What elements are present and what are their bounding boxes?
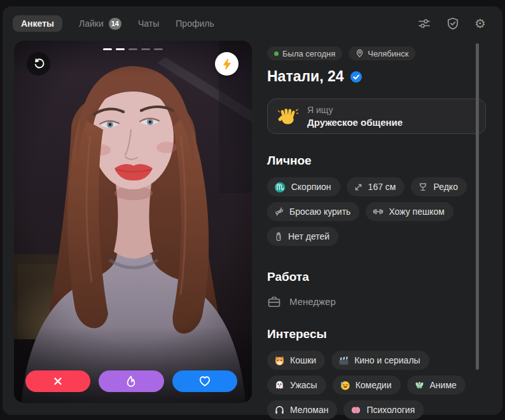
chip-label: Бросаю курить [289,207,350,217]
nav-icon-group: ⚙ [417,17,486,30]
chip-label: 167 см [368,182,396,192]
chip-interest: Кошки [267,351,325,370]
app-window: Анкеты Лайки 14 Чаты Профиль [0,0,505,420]
tab-chats[interactable]: Чаты [138,15,159,32]
chip-label: Редко [433,182,457,192]
chip-label: Комедии [356,380,392,390]
tab-likes[interactable]: Лайки 14 [79,15,121,33]
status-badges: Была сегодня Челябинск [267,46,486,60]
chip-label: Аниме [430,380,457,390]
tab-likes-label: Лайки [79,18,104,29]
chip-label: Психология [366,405,415,415]
dislike-button[interactable] [25,370,90,392]
location-pin-icon [356,49,364,58]
carousel-dot [128,48,137,50]
chip-label: Ужасы [290,380,317,390]
profile-photo-card[interactable] [14,41,252,403]
tab-chats-label: Чаты [138,18,159,29]
wine-glass-icon [418,182,428,192]
action-bar [25,370,237,392]
job-title: Менеджер [289,296,336,307]
chip-smoking: Бросаю курить [267,202,359,221]
carousel-dot [141,48,150,50]
nav-tabs: Анкеты Лайки 14 Чаты Профиль [13,15,214,33]
name-row: Натали, 24 [267,68,486,85]
profile-details: Была сегодня Челябинск Натали, 24 [267,41,486,419]
flame-icon [125,375,137,388]
online-dot-icon [274,51,279,56]
boost-button[interactable] [215,52,239,76]
city-badge: Челябинск [349,46,415,60]
chip-label: Меломан [290,405,328,415]
seeking-card: Я ищу Дружеское общение [267,98,486,134]
likes-count-badge: 14 [109,18,121,30]
interest-chips: Кошки Кино и сериалы [267,351,486,419]
scorpio-icon: ♏ [274,182,286,192]
profile-name: Натали, 24 [267,68,344,85]
ghost-icon [274,380,285,391]
tab-ankety-label: Анкеты [21,18,54,29]
carousel-dot [103,48,112,50]
carousel-dot [116,48,125,50]
smiley-sweat-icon [340,380,350,391]
chip-interest: Психология [343,400,424,419]
carousel-dot [154,48,163,50]
chip-label: Нет детей [288,231,329,241]
photo-carousel-indicator [14,48,252,50]
chip-alcohol: Редко [411,177,466,196]
top-nav: Анкеты Лайки 14 Чаты Профиль [3,6,502,33]
baby-bottle-icon [274,231,283,241]
section-title-personal: Личное [267,154,486,168]
tab-profile-label: Профиль [176,18,214,29]
personal-chips: ♏ Скорпион 167 см [267,177,486,246]
scrollbar[interactable] [476,43,479,370]
brain-icon [350,405,361,416]
chip-interest: Ужасы [267,376,326,395]
x-icon [52,376,64,387]
city-label: Челябинск [368,49,408,58]
height-arrows-icon [354,182,363,192]
briefcase-icon [267,295,281,308]
waving-hand-icon [278,107,298,126]
chip-interest: Комедии [333,376,401,395]
seeking-label: Я ищу [307,105,403,115]
tab-ankety[interactable]: Анкеты [13,15,62,32]
chip-label: Кошки [290,355,316,365]
dumbbell-icon [373,207,384,217]
chip-label: Хожу пешком [389,207,445,217]
chip-zodiac: ♏ Скорпион [267,177,340,196]
main-panel: Анкеты Лайки 14 Чаты Профиль [3,6,502,415]
chip-sport: Хожу пешком [366,202,453,221]
chip-height: 167 см [347,177,405,196]
filters-icon[interactable] [417,17,431,30]
job-row: Менеджер [267,295,486,308]
chip-label: Кино и сериалы [354,355,420,365]
online-status-badge: Была сегодня [267,46,342,60]
superlike-button[interactable] [99,370,163,392]
heart-icon [198,375,211,388]
like-button[interactable] [172,370,237,392]
seeking-value: Дружеское общение [307,117,403,128]
section-title-interests: Интересы [267,327,486,341]
profile-photo [14,41,252,403]
content-area: Была сегодня Челябинск Натали, 24 [3,33,502,419]
chip-label: Скорпион [291,182,331,192]
cat-icon [274,355,285,366]
chip-interest: Аниме [407,376,466,395]
lightning-boost-icon [221,58,233,71]
tab-profile[interactable]: Профиль [176,15,214,32]
chip-interest: Меломан [267,400,337,419]
chip-interest: Кино и сериалы [331,351,429,370]
verified-badge-icon [350,71,363,83]
rewind-button[interactable] [27,52,50,76]
rewind-icon [32,58,45,70]
seeking-texts: Я ищу Дружеское общение [307,105,403,128]
headphones-icon [274,405,285,416]
no-smoking-icon [274,207,284,217]
settings-gear-icon[interactable]: ⚙ [474,17,486,30]
online-status-label: Была сегодня [282,49,335,58]
section-title-work: Работа [267,270,486,284]
clapperboard-icon [338,355,349,366]
fairy-icon [414,380,425,391]
safety-shield-icon[interactable] [446,17,460,30]
